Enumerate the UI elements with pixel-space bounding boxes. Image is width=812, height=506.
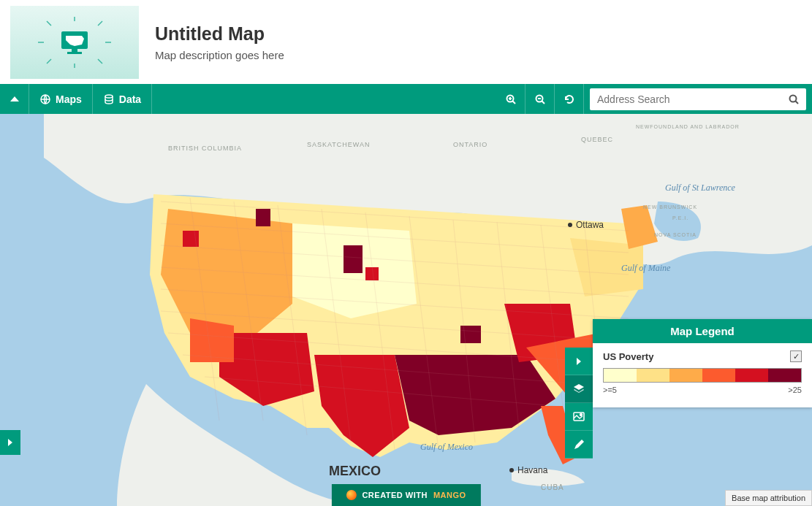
svg-point-39 bbox=[509, 468, 514, 472]
svg-text:SASKATCHEWAN: SASKATCHEWAN bbox=[307, 141, 371, 148]
mango-icon bbox=[346, 490, 356, 500]
svg-text:Gulf of Mexico: Gulf of Mexico bbox=[420, 442, 473, 452]
legend-layer-checkbox[interactable]: ✓ bbox=[790, 350, 802, 362]
svg-text:MEXICO: MEXICO bbox=[329, 464, 381, 478]
svg-point-47 bbox=[580, 413, 583, 415]
legend-panel: Map Legend US Poverty ✓ >=5 >25 bbox=[593, 319, 812, 407]
svg-rect-25 bbox=[365, 267, 379, 280]
legend-color-ramp bbox=[603, 368, 802, 383]
svg-text:NOVA SCOTIA: NOVA SCOTIA bbox=[654, 232, 697, 237]
svg-line-18 bbox=[542, 101, 545, 104]
svg-point-20 bbox=[790, 95, 797, 101]
svg-text:Havana: Havana bbox=[517, 465, 548, 475]
svg-text:ONTARIO: ONTARIO bbox=[453, 141, 487, 148]
draw-tool-button[interactable] bbox=[565, 431, 593, 459]
map-canvas: BRITISH COLUMBIA SASKATCHEWAN ONTARIO QU… bbox=[0, 114, 812, 506]
expand-legend-button[interactable] bbox=[565, 348, 593, 375]
svg-point-12 bbox=[105, 95, 113, 98]
svg-point-37 bbox=[568, 223, 572, 227]
search-box bbox=[590, 88, 806, 110]
svg-rect-24 bbox=[256, 209, 270, 226]
expand-left-panel-button[interactable] bbox=[0, 430, 20, 455]
svg-text:QUEBEC: QUEBEC bbox=[581, 136, 613, 143]
svg-rect-27 bbox=[424, 377, 453, 397]
legend-max-label: >25 bbox=[788, 386, 802, 394]
page-description: Map description goes here bbox=[155, 49, 284, 61]
map-viewport[interactable]: BRITISH COLUMBIA SASKATCHEWAN ONTARIO QU… bbox=[0, 114, 812, 506]
basemap-button[interactable] bbox=[565, 403, 593, 431]
data-menu-label: Data bbox=[119, 93, 141, 105]
svg-text:Gulf of Maine: Gulf of Maine bbox=[621, 263, 671, 273]
main-toolbar: Maps Data bbox=[0, 84, 812, 114]
page-title: Untitled Map bbox=[155, 23, 284, 45]
search-button[interactable] bbox=[781, 93, 806, 105]
zoom-out-button[interactable] bbox=[525, 84, 555, 114]
svg-text:BRITISH COLUMBIA: BRITISH COLUMBIA bbox=[168, 145, 242, 152]
svg-line-7 bbox=[98, 59, 102, 64]
search-container bbox=[584, 84, 812, 114]
legend-min-label: >=5 bbox=[603, 386, 617, 394]
created-with-mango-badge[interactable]: CREATED WITH MANGO bbox=[331, 484, 480, 506]
app-logo bbox=[10, 6, 139, 79]
zoom-in-button[interactable] bbox=[496, 84, 525, 114]
svg-text:NEW BRUNSWICK: NEW BRUNSWICK bbox=[643, 204, 697, 210]
svg-rect-28 bbox=[183, 231, 199, 247]
maps-menu-button[interactable]: Maps bbox=[29, 84, 93, 114]
svg-text:NEWFOUNDLAND AND LABRADOR: NEWFOUNDLAND AND LABRADOR bbox=[636, 124, 740, 129]
svg-rect-26 bbox=[460, 326, 481, 343]
svg-rect-10 bbox=[67, 52, 82, 54]
collapse-header-button[interactable] bbox=[0, 84, 29, 114]
legend-title: Map Legend bbox=[593, 319, 812, 343]
svg-text:Gulf of St Lawrence: Gulf of St Lawrence bbox=[665, 183, 736, 193]
created-with-label: CREATED WITH bbox=[362, 491, 428, 499]
refresh-button[interactable] bbox=[555, 84, 584, 114]
layers-button[interactable] bbox=[565, 375, 593, 403]
side-tool-bar bbox=[565, 348, 593, 459]
svg-text:P.E.I.: P.E.I. bbox=[672, 215, 688, 221]
app-header: Untitled Map Map description goes here bbox=[0, 0, 812, 84]
toolbar-spacer bbox=[152, 84, 496, 114]
svg-text:CUBA: CUBA bbox=[541, 483, 564, 491]
svg-rect-9 bbox=[72, 49, 77, 52]
title-block: Untitled Map Map description goes here bbox=[155, 23, 284, 61]
legend-layer-name: US Poverty bbox=[603, 351, 653, 362]
basemap-attribution-button[interactable]: Base map attribution bbox=[725, 490, 812, 506]
svg-line-4 bbox=[47, 21, 51, 26]
data-menu-button[interactable]: Data bbox=[93, 84, 152, 114]
svg-rect-23 bbox=[344, 245, 363, 273]
maps-menu-label: Maps bbox=[56, 93, 82, 105]
mango-brand-label: MANGO bbox=[433, 491, 466, 499]
svg-text:Ottawa: Ottawa bbox=[576, 220, 604, 230]
search-input[interactable] bbox=[590, 93, 781, 105]
svg-line-5 bbox=[98, 21, 102, 26]
svg-line-14 bbox=[512, 101, 515, 104]
svg-line-21 bbox=[796, 101, 799, 104]
svg-line-6 bbox=[47, 59, 51, 64]
